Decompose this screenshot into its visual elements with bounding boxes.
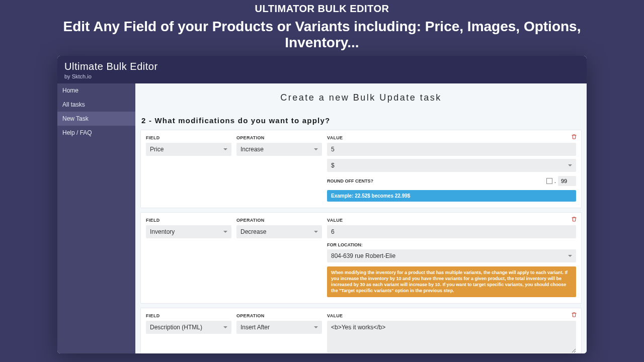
- value-label: VALUE: [327, 218, 576, 223]
- operation-select[interactable]: Decrease: [236, 225, 322, 238]
- field-select[interactable]: Price: [146, 143, 231, 156]
- field-select[interactable]: Description (HTML): [146, 321, 231, 334]
- chevron-down-icon: [314, 148, 318, 150]
- sidebar-item-new-task[interactable]: New Task: [57, 112, 135, 126]
- location-label: FOR LOCATION:: [327, 242, 576, 247]
- step-title: 2 - What modifications do you want to ap…: [140, 116, 582, 125]
- delete-rule-button[interactable]: [571, 216, 577, 223]
- rule-card: FIELD Inventory OPERATION Decrease: [140, 212, 582, 304]
- operation-select[interactable]: Increase: [236, 143, 322, 156]
- cents-input[interactable]: [558, 176, 576, 186]
- value-label: VALUE: [327, 313, 576, 318]
- trash-icon: [571, 216, 577, 223]
- example-bar: Example: 22.52$ becomes 22.99$: [327, 190, 576, 202]
- app-window: Ultimate Bulk Editor by Sktch.io Home Al…: [57, 56, 587, 353]
- main-content: Create a new Bulk Update task 2 - What m…: [135, 83, 587, 353]
- operation-label: OPERATION: [236, 135, 322, 140]
- value-input[interactable]: [327, 143, 576, 156]
- app-title: Ultimate Bulk Editor: [64, 61, 580, 72]
- chevron-down-icon: [223, 148, 227, 150]
- field-label: FIELD: [146, 313, 231, 318]
- sidebar-item-all-tasks[interactable]: All tasks: [57, 98, 135, 112]
- trash-icon: [571, 311, 577, 318]
- value-input[interactable]: [327, 225, 576, 238]
- operation-label: OPERATION: [236, 218, 322, 223]
- chevron-down-icon: [568, 164, 572, 166]
- chevron-down-icon: [223, 231, 227, 233]
- chevron-down-icon: [223, 326, 227, 328]
- sidebar: Home All tasks New Task Help / FAQ: [57, 83, 135, 353]
- hero-subtitle: Edit Any Field of your Products or Varia…: [0, 15, 644, 56]
- delete-rule-button[interactable]: [571, 311, 577, 318]
- chevron-down-icon: [314, 326, 318, 328]
- value-textarea[interactable]: [327, 321, 576, 353]
- chevron-down-icon: [314, 231, 318, 233]
- operation-select[interactable]: Insert After: [236, 321, 322, 334]
- trash-icon: [571, 133, 577, 140]
- rule-card: FIELD Price OPERATION Increase: [140, 130, 582, 208]
- page-title: Create a new Bulk Update task: [140, 93, 582, 103]
- delete-rule-button[interactable]: [571, 133, 577, 140]
- decimal-dot: .: [554, 177, 556, 185]
- roundoff-label: ROUND OFF CENTS?: [327, 178, 373, 184]
- currency-select[interactable]: $: [327, 159, 576, 172]
- roundoff-checkbox[interactable]: [546, 178, 552, 184]
- operation-label: OPERATION: [236, 313, 322, 318]
- value-label: VALUE: [327, 135, 576, 140]
- rule-card: FIELD Description (HTML) OPERATION Inser…: [140, 308, 582, 353]
- field-select[interactable]: Inventory: [146, 225, 231, 238]
- field-label: FIELD: [146, 218, 231, 223]
- sidebar-item-home[interactable]: Home: [57, 83, 135, 98]
- sidebar-item-help-faq[interactable]: Help / FAQ: [57, 126, 135, 140]
- app-byline: by Sktch.io: [64, 73, 580, 79]
- hero-title: ULTIMATOR BULK EDITOR: [0, 0, 644, 15]
- warning-bar: When modifying the inventory for a produ…: [327, 266, 576, 297]
- location-select[interactable]: 804-639 rue Robert-Elie: [327, 249, 576, 262]
- field-label: FIELD: [146, 135, 231, 140]
- chevron-down-icon: [568, 255, 572, 257]
- app-header: Ultimate Bulk Editor by Sktch.io: [57, 56, 587, 83]
